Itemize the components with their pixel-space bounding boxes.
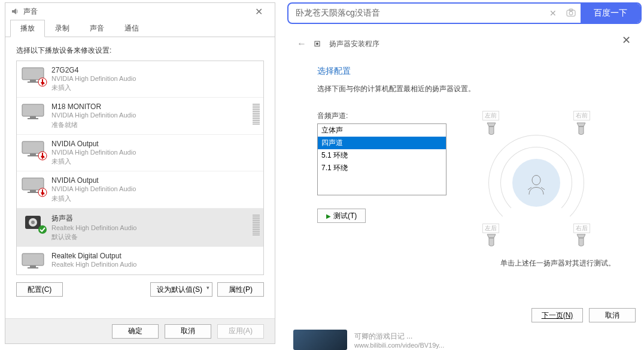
speaker-front-left[interactable] xyxy=(485,122,498,135)
tab-playback[interactable]: 播放 xyxy=(10,20,45,37)
svg-rect-24 xyxy=(28,267,38,268)
speaker-diagram: 左前 右前 左后 右后 xyxy=(464,111,608,255)
channel-label: 音频声道: xyxy=(317,111,446,121)
apply-button[interactable]: 应用(A) xyxy=(217,324,264,339)
svg-rect-6 xyxy=(30,116,36,118)
svg-rect-15 xyxy=(28,192,38,193)
test-button[interactable]: ▶ 测试(T) xyxy=(317,209,366,223)
svg-point-30 xyxy=(532,176,540,185)
svg-point-29 xyxy=(316,43,318,45)
ok-button[interactable]: 确定 xyxy=(112,324,159,339)
tab-communications[interactable]: 通信 xyxy=(114,20,149,37)
svg-rect-2 xyxy=(28,82,38,83)
tab-bar: 播放 录制 声音 通信 xyxy=(5,20,275,37)
set-default-button[interactable]: 设为默认值(S) xyxy=(150,282,212,297)
play-icon: ▶ xyxy=(326,213,331,219)
svg-rect-22 xyxy=(22,254,44,265)
clear-icon[interactable]: ✕ xyxy=(545,8,561,18)
speaker-rear-left[interactable] xyxy=(485,233,498,246)
search-input[interactable] xyxy=(288,8,545,18)
label-front-left: 左前 xyxy=(482,111,499,120)
svg-rect-9 xyxy=(30,153,36,155)
svg-point-26 xyxy=(569,11,573,15)
speaker-wizard: ← 扬声器安装程序 选择配置 选择下面与你的计算机配置最相近的扬声器设置。 音频… xyxy=(282,24,644,268)
channel-option[interactable]: 5.1 环绕 xyxy=(318,149,446,162)
next-button[interactable]: 下一页(N) xyxy=(531,308,583,322)
cancel-button[interactable]: 取消 xyxy=(165,324,211,339)
snippet-url: www.bilibili.com/video/BV19y... xyxy=(354,342,444,349)
wizard-subtitle: 选择下面与你的计算机配置最相近的扬声器设置。 xyxy=(317,84,630,94)
close-button[interactable]: ✕ xyxy=(248,6,270,17)
camera-icon[interactable] xyxy=(561,8,581,19)
svg-rect-14 xyxy=(30,190,36,192)
speaker-icon xyxy=(314,40,322,48)
channel-option[interactable]: 立体声 xyxy=(318,124,446,137)
svg-rect-5 xyxy=(22,104,44,116)
wizard-breadcrumb: 扬声器安装程序 xyxy=(329,39,379,49)
thumbnail xyxy=(293,330,347,350)
snippet-title: 可卿的游戏日记 ... xyxy=(354,331,444,342)
device-list[interactable]: 27G2G4NVIDIA High Definition Audio未插入M18… xyxy=(16,61,264,275)
properties-button[interactable]: 属性(P) xyxy=(217,282,264,297)
tab-recording[interactable]: 录制 xyxy=(45,20,80,37)
speaker-front-right[interactable] xyxy=(575,122,588,135)
svg-rect-7 xyxy=(28,118,38,119)
listener-icon xyxy=(523,172,549,198)
sound-icon xyxy=(10,7,20,16)
device-item[interactable]: NVIDIA OutputNVIDIA High Definition Audi… xyxy=(17,135,263,171)
channel-option[interactable]: 7.1 环绕 xyxy=(318,162,446,174)
sound-dialog: 声音 ✕ 播放 录制 声音 通信 选择以下播放设备来修改设置: 27G2G4NV… xyxy=(5,2,275,344)
svg-point-21 xyxy=(38,225,47,234)
wizard-heading: 选择配置 xyxy=(317,66,630,77)
device-item[interactable]: 扬声器Realtek High Definition Audio默认设备 xyxy=(17,209,263,247)
dialog-buttons: 确定 取消 应用(A) xyxy=(5,318,275,343)
title-bar: 声音 ✕ xyxy=(5,3,275,20)
channel-option[interactable]: 四声道 xyxy=(318,137,446,149)
right-panel: ✕ 百度一下 ✕ ← 扬声器安装程序 选择配置 选择下面与你的计算机配置最相近的… xyxy=(282,0,644,350)
dialog-title: 声音 xyxy=(23,7,38,17)
label-front-right: 右前 xyxy=(573,111,590,120)
channel-listbox[interactable]: 立体声四声道5.1 环绕7.1 环绕 xyxy=(317,123,446,195)
configure-button[interactable]: 配置(C) xyxy=(16,282,63,297)
svg-point-20 xyxy=(31,221,35,224)
test-hint: 单击上述任一扬声器对其进行测试。 xyxy=(297,258,615,268)
wizard-footer: 下一页(N) 取消 xyxy=(531,308,636,322)
result-snippet[interactable]: 可卿的游戏日记 ... www.bilibili.com/video/BV19y… xyxy=(293,330,444,350)
instruction-text: 选择以下播放设备来修改设置: xyxy=(5,37,275,61)
svg-rect-10 xyxy=(28,155,38,156)
svg-rect-23 xyxy=(30,265,36,267)
device-item[interactable]: NVIDIA OutputNVIDIA High Definition Audi… xyxy=(17,171,263,208)
device-item[interactable]: 27G2G4NVIDIA High Definition Audio未插入 xyxy=(17,61,263,98)
device-item[interactable]: M18 MONITORNVIDIA High Definition Audio准… xyxy=(17,98,263,134)
wizard-cancel-button[interactable]: 取消 xyxy=(589,308,636,322)
device-buttons: 配置(C) 设为默认值(S) 属性(P) xyxy=(5,275,275,300)
svg-rect-1 xyxy=(30,80,36,82)
search-button[interactable]: 百度一下 xyxy=(581,4,640,23)
label-rear-right: 右后 xyxy=(573,224,590,233)
test-label: 测试(T) xyxy=(333,211,357,221)
tab-sounds[interactable]: 声音 xyxy=(80,20,114,37)
device-item[interactable]: Realtek Digital OutputRealtek High Defin… xyxy=(17,247,263,275)
search-bar: ✕ 百度一下 xyxy=(287,2,642,24)
back-arrow-icon[interactable]: ← xyxy=(297,38,306,49)
speaker-rear-right[interactable] xyxy=(575,233,588,246)
label-rear-left: 左后 xyxy=(482,224,499,233)
